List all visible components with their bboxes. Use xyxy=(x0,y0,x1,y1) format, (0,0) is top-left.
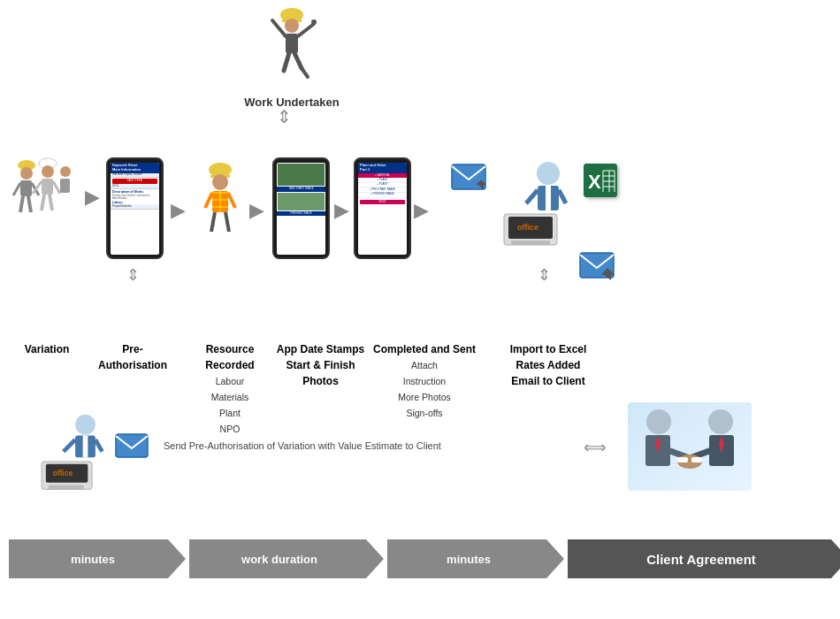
svg-point-76 xyxy=(708,409,733,434)
svg-rect-82 xyxy=(677,457,688,462)
arrow-label-minutes1: minutes xyxy=(71,553,115,566)
svg-point-18 xyxy=(42,165,54,178)
svg-line-4 xyxy=(272,20,286,36)
svg-line-35 xyxy=(228,193,235,208)
svg-rect-70 xyxy=(49,485,84,490)
svg-line-23 xyxy=(50,195,52,210)
label-completed: Completed and Sent AttachInstructionMore… xyxy=(367,340,482,420)
arrow-label-minutes2: minutes xyxy=(447,553,491,566)
arrow-5: ▶ xyxy=(414,199,429,222)
phone2-photo1 xyxy=(278,164,325,186)
phone2-btn2: FINISHED IMAGE xyxy=(277,211,325,217)
arrow-4: ▶ xyxy=(334,199,349,222)
svg-point-28 xyxy=(212,174,228,190)
phone-3: Plant and OtherPart 1 + MATERIAL + PLANT… xyxy=(354,157,411,259)
arrow-minutes-1: minutes xyxy=(9,539,168,578)
svg-text:X: X xyxy=(588,171,601,193)
svg-point-40 xyxy=(537,162,560,185)
svg-rect-49 xyxy=(511,241,550,245)
svg-point-61 xyxy=(75,415,95,435)
work-undertaken-label: Work Undertaken xyxy=(239,96,345,111)
workers-group xyxy=(11,155,81,238)
svg-line-16 xyxy=(28,196,31,212)
svg-point-2 xyxy=(285,19,299,33)
label-variation: Variation xyxy=(11,340,83,356)
svg-point-11 xyxy=(20,167,33,180)
arrow-work-duration: work duration xyxy=(172,539,366,578)
svg-point-24 xyxy=(60,166,71,177)
excel-logo-icon: X xyxy=(584,164,617,197)
svg-point-6 xyxy=(311,19,317,25)
email-bottom xyxy=(115,433,149,463)
office-person-icon: office xyxy=(486,159,575,252)
bidirectional-arrow: ⟺ xyxy=(584,438,607,457)
svg-line-21 xyxy=(53,181,60,194)
send-preauth-text: Send Pre-Authorisation of Variation with… xyxy=(164,440,441,451)
arrow-2: ▶ xyxy=(171,199,186,222)
svg-line-65 xyxy=(64,439,75,451)
svg-line-37 xyxy=(225,212,229,232)
excel-icon: X xyxy=(584,164,617,197)
svg-rect-3 xyxy=(286,34,298,53)
svg-rect-12 xyxy=(20,180,32,196)
worker-figure-icon xyxy=(259,4,325,88)
excel-badge: X xyxy=(584,164,617,197)
label-resource: ResourceRecorded LabourMaterialsPlantNPO xyxy=(186,340,274,436)
svg-text:office: office xyxy=(52,469,73,478)
phone2-photo2 xyxy=(278,193,325,210)
phone1-save-btn: SAVE ITEMS xyxy=(112,179,157,184)
office-person-bottom-icon: office xyxy=(27,411,111,495)
svg-line-7 xyxy=(284,53,289,71)
office-person-bottom: office xyxy=(27,411,111,499)
vertical-arrow-phone1: ⇕ xyxy=(126,265,140,285)
svg-line-44 xyxy=(526,190,538,203)
svg-rect-19 xyxy=(42,179,53,195)
envelope-top-icon xyxy=(451,164,486,192)
work-undertaken-section: Work Undertaken xyxy=(239,4,345,111)
email-envelope-bottom xyxy=(579,252,615,284)
arrow-client-agreement: Client Agreement xyxy=(550,539,831,578)
handshake-icon xyxy=(628,402,752,491)
phone3-item4: + FINISHED IMAGE xyxy=(358,193,407,198)
phone3-send-btn: SEND xyxy=(360,200,405,205)
office-person-group: office xyxy=(486,159,575,256)
workers-icon xyxy=(11,155,81,234)
phone-2: TAKE START IMAGE FINISHED IMAGE xyxy=(272,157,330,259)
diagram-container: Work Undertaken ⇕ ▶ xyxy=(0,0,840,619)
label-appdate: App Date StampsStart & Finish Photos xyxy=(270,340,371,388)
svg-rect-71 xyxy=(116,434,148,457)
svg-line-66 xyxy=(95,439,103,451)
email-envelope-top xyxy=(451,164,486,195)
handshake-group xyxy=(628,402,752,494)
svg-line-36 xyxy=(211,212,215,232)
svg-line-45 xyxy=(559,190,566,203)
arrow-minutes-2: minutes xyxy=(370,539,546,578)
svg-line-13 xyxy=(13,183,20,195)
phone1-row1: Site New Project, London xyxy=(111,173,159,179)
svg-line-22 xyxy=(42,195,44,210)
phone2-btn1: TAKE START IMAGE xyxy=(277,187,325,192)
svg-rect-43 xyxy=(546,186,551,210)
bottom-arrows-row: minutes work duration minutes Client Agr… xyxy=(9,539,831,578)
resource-worker xyxy=(196,159,245,238)
label-import: Import to ExcelRates AddedEmail to Clien… xyxy=(495,340,601,388)
svg-point-73 xyxy=(646,409,671,434)
arrow-1: ▶ xyxy=(85,186,100,209)
svg-rect-83 xyxy=(691,457,702,462)
phone1-labour-row: Project/Subroles xyxy=(111,204,159,210)
svg-text:office: office xyxy=(517,223,538,232)
arrow-label-workduration: work duration xyxy=(241,553,317,566)
svg-line-5 xyxy=(298,24,314,36)
phone1-desc-text: Primary work shall be submitted to Admin… xyxy=(111,195,159,201)
svg-line-34 xyxy=(205,193,212,208)
arrow-label-client: Client Agreement xyxy=(646,552,756,567)
vertical-arrow-top: ⇕ xyxy=(277,106,292,127)
svg-rect-64 xyxy=(83,436,88,458)
hardhat-worker-icon xyxy=(196,159,245,234)
phone-1: Daywork SheetMain Information Site New P… xyxy=(106,157,164,259)
vertical-arrow-right: ⇕ xyxy=(538,265,551,285)
phone3-header: Plant and OtherPart 1 xyxy=(358,163,407,173)
svg-line-8 xyxy=(294,53,302,68)
svg-line-9 xyxy=(302,68,308,77)
envelope-small-icon xyxy=(115,433,149,460)
